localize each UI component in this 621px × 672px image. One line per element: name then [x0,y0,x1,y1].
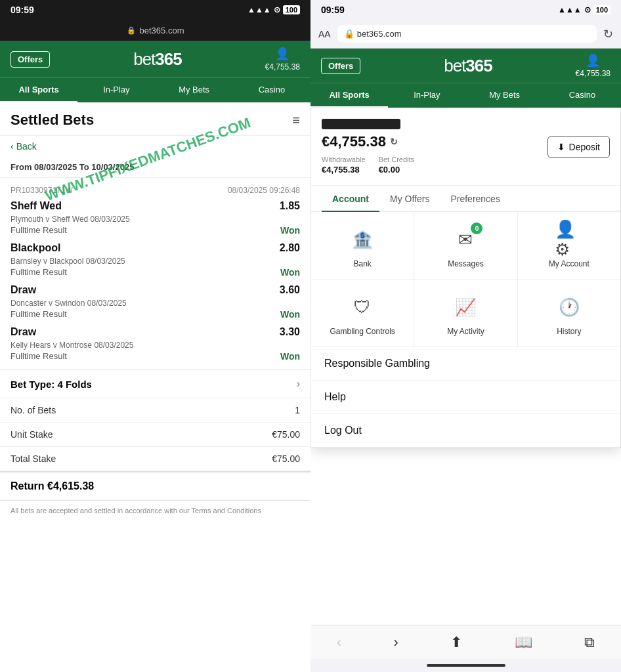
browser-bookmarks-button[interactable]: 📖 [515,634,532,651]
right-account-info[interactable]: 👤 €4,755.38 [576,53,610,78]
browser-forward-button[interactable]: › [394,634,398,651]
bank-icon: 🏦 [348,225,377,254]
right-bet365-logo: bet365 [444,56,492,76]
bet-type-folds-row[interactable]: Bet Type: 4 Folds › [0,370,310,398]
grid-item-messages[interactable]: ✉ 0 Messages [414,212,517,279]
left-panel: 09:59 ▲▲▲ ⊙ 100 🔒 bet365.com Offers bet3… [0,0,310,672]
left-url-text: bet365.com [140,26,184,35]
bet-result-row-3: Fulltime Result Won [11,309,300,320]
right-wifi-icon: ⊙ [584,5,591,14]
right-nav-tabs: All Sports In-Play My Bets Casino [310,83,621,108]
account-tab-preferences[interactable]: Preferences [440,186,510,212]
left-tab-casino[interactable]: Casino [233,78,310,102]
home-bar [427,664,505,667]
menu-item-log-out[interactable]: Log Out [311,414,620,448]
right-bet365-header: Offers bet365 👤 €4,755.38 [310,49,621,83]
browser-bottom-bar: ‹ › ⬆ 📖 ⧉ [310,625,621,659]
balance-section: €4,755.38 ↻ Withdrawable €4,755.38 Bet C… [322,119,414,175]
url-input-area[interactable]: 🔒 bet365.com [337,25,597,43]
bet-result-row-4: Fulltime Result Won [11,351,300,362]
grid-item-history[interactable]: 🕐 History [518,280,620,346]
left-account-info[interactable]: 👤 €4,755.38 [265,47,300,72]
left-page-title: Settled Bets [11,112,94,129]
aa-text[interactable]: AA [318,29,331,39]
right-tab-in-play[interactable]: In-Play [388,83,465,108]
browser-back-button[interactable]: ‹ [337,634,341,651]
right-status-icons: ▲▲▲ ⊙ 100 [558,5,610,14]
bet-credits-item: Bet Credits €0.00 [379,156,414,175]
bet-result-3: Won [280,309,300,320]
footer-text: All bets are accepted and settled in acc… [0,501,310,521]
bet-result-1: Won [280,225,300,236]
unit-stake-label: Unit Stake [11,429,53,440]
bet-name-2: Blackpool [11,242,60,254]
url-lock-icon: 🔒 [344,29,354,39]
bet-record-header: PR1033097171W 08/03/2025 09:26:48 [11,186,300,195]
bet-record-id: PR1033097171W [11,186,73,195]
right-tab-all-sports[interactable]: All Sports [310,83,388,108]
right-account-icon: 👤 [586,53,600,68]
left-date-range: From 08/03/2025 To 10/03/2025 [0,157,310,178]
left-tab-in-play[interactable]: In-Play [77,78,155,102]
grid-item-my-activity[interactable]: 📈 My Activity [414,280,517,346]
right-panel: 09:59 ▲▲▲ ⊙ 100 AA 🔒 bet365.com ↻ Offers… [310,0,621,672]
left-menu-icon[interactable]: ≡ [292,113,300,128]
left-balance: €4,755.38 [265,62,300,72]
account-tab-my-offers[interactable]: My Offers [379,186,440,212]
deposit-button[interactable]: ⬇ Deposit [547,136,610,158]
gambling-controls-icon: 🛡 [348,293,377,322]
left-nav-tabs: All Sports In-Play My Bets Casino [0,77,310,102]
left-page-header: Settled Bets ≡ [0,102,310,136]
deposit-label: Deposit [569,142,600,152]
left-tab-all-sports[interactable]: All Sports [0,78,77,102]
balance-sub: Withdrawable €4,755.38 Bet Credits €0.00 [322,156,414,175]
menu-item-help[interactable]: Help [311,381,620,414]
browser-tabs-button[interactable]: ⧉ [584,634,595,651]
right-tab-casino[interactable]: Casino [544,83,621,108]
refresh-button[interactable]: ↻ [603,27,613,41]
withdrawable-label: Withdrawable [322,156,366,163]
my-activity-icon: 📈 [451,293,480,322]
right-tab-my-bets[interactable]: My Bets [466,83,544,108]
bet-type-3: Fulltime Result [11,309,67,320]
bet-match-2: Barnsley v Blackpool 08/03/2025 [11,257,300,266]
balance-amount: €4,755.38 ↻ [322,133,414,150]
left-page-content: Settled Bets ≡ ‹ Back From 08/03/2025 To… [0,102,310,672]
account-tabs: Account My Offers Preferences [311,186,620,212]
grid-item-my-account[interactable]: 👤⚙ My Account [518,212,620,279]
bet-summary: Bet Type: 4 Folds › No. of Bets 1 Unit S… [0,370,310,501]
menu-item-responsible-gambling[interactable]: Responsible Gambling [311,347,620,381]
grid-item-gambling-controls[interactable]: 🛡 Gambling Controls [311,280,414,346]
gambling-controls-label: Gambling Controls [330,327,395,336]
balance-value: €4,755.38 [322,133,386,150]
history-icon: 🕐 [555,293,584,322]
left-status-icons: ▲▲▲ ⊙ 100 [247,5,300,14]
left-back-text: Back [16,141,37,152]
bet-credits-value: €0.00 [379,165,414,175]
my-account-label: My Account [549,259,589,268]
bet-row-4: Draw 3.30 [11,326,300,338]
account-tab-account[interactable]: Account [322,186,379,212]
bet-match-1: Plymouth v Sheff Wed 08/03/2025 [11,215,300,224]
bet-type-2: Fulltime Result [11,267,67,278]
return-label: Return €4,615.38 [11,480,94,492]
bank-label: Bank [353,259,371,268]
left-tab-my-bets[interactable]: My Bets [156,78,233,102]
signal-icon: ▲▲▲ [247,5,271,14]
bet-odds-1: 1.85 [280,200,300,212]
left-status-bar: 09:59 ▲▲▲ ⊙ 100 [0,0,310,20]
left-offers-button[interactable]: Offers [11,51,50,68]
browser-share-button[interactable]: ⬆ [450,634,462,651]
bet-row-1: Sheff Wed 1.85 [11,200,300,212]
bet-match-4: Kelly Hears v Montrose 08/03/2025 [11,341,300,350]
grid-item-bank[interactable]: 🏦 Bank [311,212,414,279]
redacted-bar [322,119,400,129]
left-back-link[interactable]: ‹ Back [0,136,310,157]
bet-type-1: Fulltime Result [11,225,67,236]
bet-record: PR1033097171W 08/03/2025 09:26:48 Sheff … [0,178,310,370]
refresh-balance-icon[interactable]: ↻ [390,136,398,147]
account-header-section: €4,755.38 ↻ Withdrawable €4,755.38 Bet C… [311,108,620,186]
right-offers-button[interactable]: Offers [321,58,360,74]
right-url-bar: AA 🔒 bet365.com ↻ [310,20,621,49]
right-balance: €4,755.38 [576,69,610,78]
